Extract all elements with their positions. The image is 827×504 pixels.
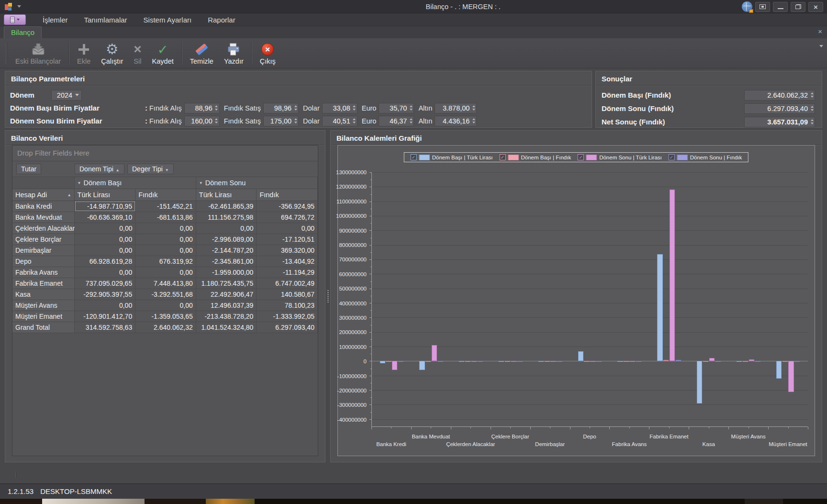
minimize-button[interactable]	[773, 2, 788, 12]
altin-sonu-field[interactable]: 4.436,16	[435, 116, 477, 126]
menu-item-raporlar[interactable]: Raporlar	[200, 14, 244, 26]
value-cell[interactable]: -356.924,95	[257, 201, 318, 212]
table-row[interactable]: Fabrika Avans0,000,00-1.959.000,00-11.19…	[12, 267, 318, 278]
tabstrip-close-icon[interactable]: ×	[818, 28, 822, 35]
row-header-cell[interactable]: Fabrika Avans	[12, 267, 75, 278]
dolar-sonu-field[interactable]: 40,51	[322, 116, 358, 126]
spinner-buttons[interactable]	[408, 103, 414, 113]
legend-item[interactable]: ✓Dönem Başı | Fındık	[500, 154, 571, 160]
group-header-donem-basi[interactable]: ▼Dönem Başı	[75, 177, 196, 189]
value-cell[interactable]: -13.404,92	[257, 256, 318, 267]
spinner-buttons[interactable]	[471, 116, 476, 126]
table-row[interactable]: Müşteri Avans0,000,0012.496.037,3978.100…	[12, 300, 318, 311]
value-cell[interactable]: -62.461.865,39	[196, 201, 257, 212]
euro-basi-field[interactable]: 35,70	[379, 103, 414, 113]
value-cell[interactable]: 7.448.413,80	[135, 278, 196, 289]
row-header-cell[interactable]: Müşteri Emanet	[12, 311, 75, 322]
value-cell[interactable]: 676.319,92	[135, 256, 196, 267]
value-cell[interactable]: 12.496.037,39	[196, 300, 257, 311]
value-cell[interactable]: 22.492.906,47	[196, 289, 257, 300]
kaydet-button[interactable]: ✓ Kaydet	[147, 38, 179, 68]
sil-button[interactable]: × Sil	[128, 38, 146, 68]
donem-sonu-findik-field[interactable]: 6.297.093,40	[744, 103, 815, 114]
value-cell[interactable]: 314.592.758,63	[75, 322, 136, 333]
value-cell[interactable]: -17.120,51	[257, 234, 318, 245]
value-cell[interactable]: -681.613,86	[135, 212, 196, 223]
altin-basi-field[interactable]: 3.878,00	[435, 103, 477, 113]
row-header-cell[interactable]: Demirbaşlar	[12, 245, 75, 256]
collapse-icon[interactable]: ▼	[199, 181, 203, 185]
calistir-button[interactable]: ⚙ Çalıştır	[96, 38, 128, 68]
column-header[interactable]: Türk Lirası	[75, 189, 136, 201]
value-cell[interactable]: 2.640.062,32	[135, 322, 196, 333]
legend-checkbox[interactable]: ✓	[411, 154, 417, 160]
app-menu-button[interactable]	[4, 14, 26, 25]
legend-checkbox[interactable]: ✓	[578, 154, 584, 160]
donem-combobox[interactable]: 2024	[51, 90, 82, 101]
value-cell[interactable]: -1.959.000,00	[196, 267, 257, 278]
spinner-buttons[interactable]	[214, 116, 219, 126]
value-cell[interactable]: 0,00	[257, 223, 318, 234]
findik-satis-basi-field[interactable]: 98,96	[263, 103, 299, 113]
column-header[interactable]: Türk Lirası	[196, 189, 257, 201]
value-cell[interactable]: -151.452,21	[135, 201, 196, 212]
spinner-buttons[interactable]	[809, 104, 815, 113]
value-cell[interactable]: -3.292.551,68	[135, 289, 196, 300]
value-cell[interactable]: 0,00	[135, 245, 196, 256]
restore-button[interactable]	[791, 2, 805, 12]
value-cell[interactable]: 6.747.002,49	[257, 278, 318, 289]
table-row[interactable]: Banka Kredi-14.987.710,95-151.452,21-62.…	[12, 201, 318, 212]
row-header-cell[interactable]: Fabrika Emanet	[12, 278, 75, 289]
value-cell[interactable]: -60.636.369,10	[75, 212, 136, 223]
findik-alis-basi-field[interactable]: 88,96	[184, 103, 220, 113]
spinner-buttons[interactable]	[352, 103, 357, 113]
value-cell[interactable]: 78.100,23	[257, 300, 318, 311]
toolbar-overflow-button[interactable]	[819, 45, 823, 47]
value-cell[interactable]: 0,00	[75, 223, 136, 234]
value-cell[interactable]: 0,00	[136, 223, 197, 234]
value-cell[interactable]: 1.180.725.435,75	[196, 278, 257, 289]
menu-item-islemler[interactable]: İşlemler	[34, 14, 76, 26]
filter-drop-area[interactable]: Drop Filter Fields Here	[12, 146, 318, 161]
value-cell[interactable]: -213.438.728,20	[196, 311, 257, 322]
column-field-donem-tipi[interactable]: Donem Tipi▲	[75, 164, 124, 174]
row-header-cell[interactable]: Banka Mevduat	[12, 212, 75, 223]
legend-checkbox[interactable]: ✓	[500, 154, 506, 160]
table-row[interactable]: Depo66.928.619,28676.319,92-2.345.861,00…	[12, 256, 318, 267]
tab-bilanco[interactable]: Bilanço	[4, 26, 42, 38]
value-cell[interactable]: 369.320,00	[257, 245, 318, 256]
column-field-deger-tipi[interactable]: Deger Tipi▼	[127, 164, 174, 174]
menu-item-sistem-ayarlari[interactable]: Sistem Ayarları	[135, 14, 200, 26]
value-cell[interactable]: 0,00	[135, 234, 196, 245]
value-cell[interactable]: 1.041.524.324,80	[196, 322, 257, 333]
ekle-button[interactable]: Ekle	[72, 38, 96, 68]
table-row[interactable]: Müşteri Emanet-120.901.412,70-1.359.053,…	[12, 311, 318, 322]
menu-item-tanimlamalar[interactable]: Tanımlamalar	[76, 14, 135, 26]
value-cell[interactable]: -2.144.787,20	[196, 245, 257, 256]
row-header-cell[interactable]: Grand Total	[12, 322, 75, 333]
eski-bilancolar-button[interactable]: Eski Bilançolar	[10, 38, 66, 68]
group-header-donem-sonu[interactable]: ▼Dönem Sonu	[196, 177, 318, 189]
value-cell[interactable]: -1.359.053,65	[135, 311, 196, 322]
value-cell[interactable]: -1.333.992,05	[257, 311, 318, 322]
table-row[interactable]: Fabrika Emanet737.095.029,657.448.413,80…	[12, 278, 318, 289]
net-sonuc-findik-field[interactable]: 3.657.031,09	[744, 117, 815, 127]
value-cell[interactable]: 140.580,67	[257, 289, 318, 300]
value-cell[interactable]: 0,00	[75, 300, 136, 311]
table-row[interactable]: Kasa-292.905.397,55-3.292.551,6822.492.9…	[12, 289, 318, 300]
value-cell[interactable]: 0,00	[75, 245, 136, 256]
row-header-cell[interactable]: Çeklere Borçlar	[12, 234, 75, 245]
table-row[interactable]: Grand Total314.592.758,632.640.062,321.0…	[12, 322, 318, 333]
data-field-tutar[interactable]: Tutar	[16, 164, 41, 174]
legend-checkbox[interactable]: ✓	[669, 154, 675, 160]
column-header[interactable]: Fındık	[135, 189, 196, 201]
legend-item[interactable]: ✓Dönem Sonu | Türk Lirası	[578, 154, 662, 160]
value-cell[interactable]: 0,00	[75, 234, 136, 245]
value-cell[interactable]: 0,00	[196, 223, 257, 234]
spinner-buttons[interactable]	[293, 103, 298, 113]
spinner-buttons[interactable]	[809, 90, 815, 100]
value-cell[interactable]: -14.987.710,95	[75, 201, 136, 212]
findik-satis-sonu-field[interactable]: 175,00	[263, 116, 299, 126]
yazdir-button[interactable]: Yazdır	[219, 38, 249, 68]
spinner-buttons[interactable]	[352, 116, 357, 126]
